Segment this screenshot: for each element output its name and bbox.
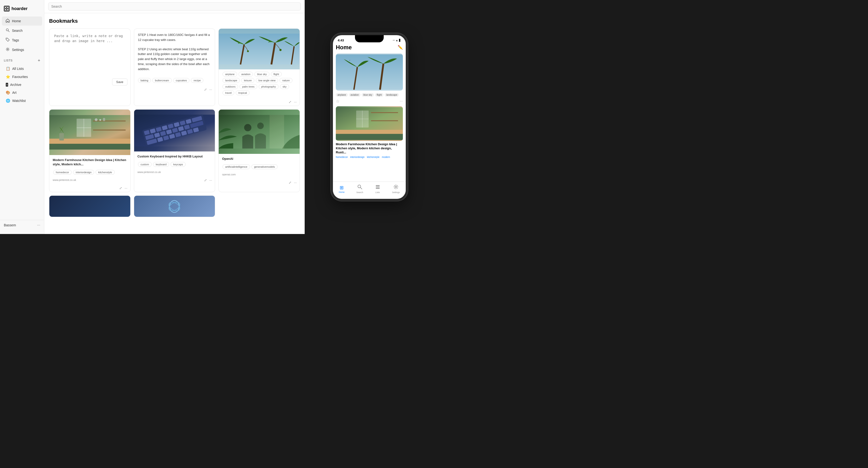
tag-travel[interactable]: travel [222,91,234,95]
svg-point-59 [167,201,181,213]
keyboard-card-actions: ⤢ ··· [134,176,215,184]
svg-rect-2 [5,9,6,10]
expand-icon-openai[interactable]: ⤢ [289,181,291,185]
sidebar-item-archive[interactable]: ▪ Archive [2,81,42,88]
phone-palm-card [336,54,403,91]
phone-tag-blue-sky[interactable]: blue sky [362,93,374,97]
sidebar-item-settings[interactable]: Settings [2,45,42,54]
phone-more-icon[interactable]: ··· [400,99,403,103]
tag-photography[interactable]: photography [259,84,279,89]
svg-rect-73 [376,185,380,186]
search-icon-sidebar [6,28,9,33]
sidebar: hoarder Home Search Tags Settings Lists … [0,0,44,234]
wifi-icon: ▲ [396,39,398,42]
tag-sky[interactable]: sky [280,84,289,89]
save-button[interactable]: Save [112,78,127,86]
tag-leisure[interactable]: leisure [241,78,254,83]
phone-tag-flight[interactable]: flight [375,93,383,97]
tag-nature[interactable]: nature [280,78,292,83]
expand-icon-keyboard[interactable]: ⤢ [204,178,207,182]
more-icon-palm[interactable]: ··· [294,100,297,104]
sidebar-item-favourites[interactable]: ⭐ Favourites [2,73,42,80]
bookmark-textarea[interactable] [54,33,125,67]
tag-low-angle[interactable]: low angle view [256,78,278,83]
phone-panel: 4:43 ··· ▲ ▋ Home ✏️ [305,0,434,234]
svg-line-5 [8,31,9,32]
more-icon-keyboard[interactable]: ··· [209,178,212,182]
tag-aviation[interactable]: aviation [239,72,253,76]
tag-airplane[interactable]: airplane [222,72,237,76]
phone-nav-lists[interactable]: Lists [375,184,380,194]
add-list-button[interactable]: + [38,58,40,63]
tag-keycaps[interactable]: keycaps [170,162,185,167]
phone-status-icons: ··· ▲ ▋ [393,39,401,42]
phone-nav-settings-label: Settings [392,191,400,194]
phone-tag-landscape[interactable]: landscape [385,93,399,97]
tag-palm-trees[interactable]: palm trees [240,84,257,89]
tag-cupcakes[interactable]: cupcakes [173,78,189,83]
recipe-step2: STEP 2 Using an electric whisk beat 110g… [138,47,211,72]
tag-custom[interactable]: custom [138,162,152,167]
tag-homedecor[interactable]: homedecor [53,170,72,175]
phone-tag-modern[interactable]: modern [382,156,390,158]
more-icon-kitchen[interactable]: ··· [125,186,127,190]
phone-tag-airplane[interactable]: airplane [336,93,348,97]
sidebar-item-tags[interactable]: Tags [2,36,42,45]
phone-content: Home ✏️ [333,43,406,183]
phone-favorite-icon[interactable]: ☆ [336,99,340,104]
watchlist-label: Watchlist [12,99,26,103]
tag-genai[interactable]: generativemodels [251,164,278,169]
tag-blue-sky[interactable]: blue sky [254,72,269,76]
tag-interiordesign[interactable]: interiordesign [73,170,94,175]
search-bar [44,0,305,13]
svg-point-6 [7,39,7,39]
tag-ai[interactable]: artificialintelligence [222,164,250,169]
tag-buttercream[interactable]: buttercream [152,78,172,83]
svg-rect-3 [7,9,9,10]
svg-rect-69 [371,112,398,113]
tag-landscape[interactable]: landscape [222,78,240,83]
more-icon-openai[interactable]: ··· [294,181,297,185]
more-icon[interactable]: ··· [209,88,212,91]
search-input[interactable] [48,2,301,10]
phone-nav-search-icon [357,184,362,191]
openai-tags: artificialintelligence generativemodels [219,162,300,172]
sidebar-footer: Bassem ··· [0,220,44,230]
tag-tropical[interactable]: tropical [236,91,249,95]
logo: hoarder [0,4,44,16]
battery-icon: ▋ [399,39,401,42]
tag-flight[interactable]: flight [271,72,282,76]
svg-point-71 [358,185,361,188]
sidebar-item-search[interactable]: Search [2,26,42,35]
phone-kitchen-card [336,106,403,141]
expand-icon[interactable]: ⤢ [204,88,207,91]
phone-tag-homedecor[interactable]: homedecor [336,156,348,158]
phone-tag-aviation[interactable]: aviation [349,93,361,97]
kitchen-card-actions: ⤢ ··· [49,184,130,192]
tag-kitchenstyle[interactable]: kitchenstyle [96,170,115,175]
recipe-card: STEP 1 Heat oven to 180C/160C fan/gas 4 … [134,29,215,106]
sidebar-item-art[interactable]: 🎨 Art [2,89,42,96]
phone-tag-interiordesign[interactable]: interiordesign [350,156,365,158]
sidebar-item-all-lists[interactable]: 📋 All Lists [2,65,42,72]
openai-card: OpenAI artificialintelligence generative… [218,109,300,192]
svg-point-54 [244,124,251,131]
phone-nav-home[interactable]: ⊞ Home [339,185,345,193]
phone-nav-search[interactable]: Search [356,184,363,194]
expand-icon-kitchen[interactable]: ⤢ [119,186,122,190]
phone-tag-kitchenstyle[interactable]: kitchenstyle [367,156,379,158]
tag-keyboard[interactable]: keyboard [153,162,169,167]
svg-rect-70 [371,120,398,121]
footer-more-button[interactable]: ··· [37,223,40,227]
tag-baking[interactable]: baking [138,78,151,83]
phone-nav-settings[interactable]: Settings [392,184,400,194]
page-title: Bookmarks [49,18,300,24]
svg-rect-20 [93,121,126,122]
phone-time: 4:43 [338,38,344,42]
tag-recipe[interactable]: recipe [191,78,203,83]
tag-outdoors[interactable]: outdoors [222,84,238,89]
phone-edit-icon[interactable]: ✏️ [398,45,403,50]
sidebar-item-watchlist[interactable]: 🌐 Watchlist [2,97,42,105]
expand-icon-palm[interactable]: ⤢ [289,100,291,104]
sidebar-item-home[interactable]: Home [2,16,42,26]
